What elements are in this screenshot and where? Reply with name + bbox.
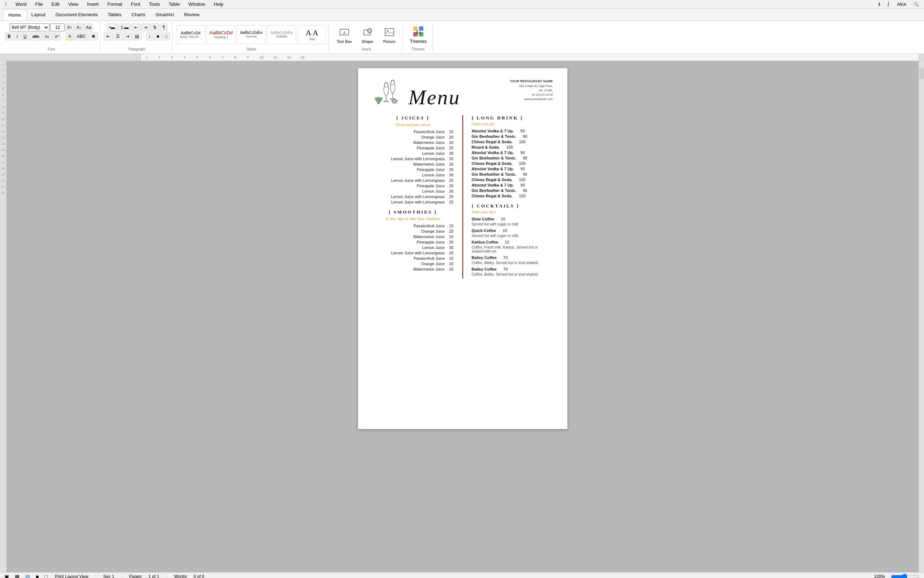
list-item: Bailey Coffee 70 Coffee, Bailey. Served … <box>472 255 553 265</box>
list-item: Orange Juice 20 <box>373 135 454 139</box>
view-icon-1[interactable]: ▣ <box>4 574 9 578</box>
themes-btn[interactable]: Aa Themes <box>408 23 428 45</box>
italic-btn[interactable]: I <box>14 32 20 41</box>
style-subtitle-label: Subtitle <box>276 35 287 38</box>
menu-file[interactable]: File <box>33 1 45 8</box>
style-title-label: Title <box>309 37 315 41</box>
sort-btn[interactable]: ⇅ <box>151 23 159 31</box>
menu-columns: { JUICES } Fresh and pure juices Passion… <box>373 115 553 279</box>
menu-header: Menu YOUR RESTAURANT NAME 184 S Main St,… <box>373 79 553 108</box>
long-drink-items: Absolut Vodka & 7 Up. 90 Gin Beefeather … <box>472 129 553 198</box>
clear-format-btn[interactable]: ✖ <box>89 32 98 41</box>
line-spacing-btn[interactable]: ↕ <box>146 32 153 41</box>
subscript-btn[interactable]: x₂ <box>42 32 52 41</box>
menu-help[interactable]: Help <box>211 1 226 8</box>
workspace: 1 2 3 4 5 6 7 8 9 10 11 12 13 14 15 16 1… <box>0 61 924 572</box>
indent-increase-btn[interactable]: ⇥ <box>141 23 150 31</box>
list-item: Watermelon Juice 10 <box>373 140 454 144</box>
strikethrough-btn[interactable]: abc <box>30 32 42 41</box>
list-item: Chivas Regal & Soda. 100 <box>472 177 553 182</box>
font-size-decrease-btn[interactable]: A↓ <box>75 23 83 31</box>
view-icon-4[interactable]: ■ <box>36 574 39 578</box>
svg-point-23 <box>395 101 397 104</box>
battery-icon: ⎛ <box>885 1 892 8</box>
list-item: Absolut Vodka & 7 Up. 90 <box>472 129 553 133</box>
style-heading1[interactable]: AaBbCcDd Heading 1 <box>207 25 235 44</box>
restaurant-info: YOUR RESTAURANT NAME 184 S Main St, High… <box>510 79 553 101</box>
tab-review[interactable]: Review <box>179 10 205 19</box>
view-icon-5[interactable]: □ <box>44 574 47 578</box>
indent-decrease-btn[interactable]: ⇤ <box>132 23 140 31</box>
menu-tools[interactable]: Tools <box>147 1 162 8</box>
line-num-11: 11 <box>2 124 5 127</box>
line-num-15: 15 <box>2 148 5 151</box>
superscript-btn[interactable]: x² <box>52 32 61 41</box>
highlight-btn[interactable]: ABC <box>74 32 88 41</box>
apple-menu[interactable]:  <box>3 1 9 8</box>
view-icon-2[interactable]: ▦ <box>15 574 20 578</box>
change-case-btn[interactable]: Aa <box>84 23 93 31</box>
view-icon-3[interactable]: ▤ <box>25 574 30 578</box>
tab-home[interactable]: Home <box>3 10 26 20</box>
list-item: Quick Coffee 10 Served hot with sugar or… <box>472 228 553 238</box>
menu-edit[interactable]: Edit <box>49 1 62 8</box>
style-subtitle[interactable]: AaBbCcDdEe Subtitle <box>267 25 296 44</box>
shape-btn[interactable]: Shape <box>358 24 377 45</box>
smoothies-header: { SMOOTHIES } <box>373 209 454 215</box>
clock: Alice <box>895 1 908 8</box>
numbered-list-btn[interactable]: 1.▬ <box>118 23 131 31</box>
menu-logo: Menu <box>373 79 460 108</box>
shading-btn[interactable]: ■ <box>154 32 162 41</box>
line-num-18: 18 <box>2 167 5 170</box>
picture-btn[interactable]: Picture <box>380 24 399 45</box>
scrollbar-right[interactable] <box>919 61 924 572</box>
tab-layout[interactable]: Layout <box>26 10 50 19</box>
tab-tables[interactable]: Tables <box>103 10 127 19</box>
wifi-icon: ℹ <box>876 1 882 8</box>
tab-document-elements[interactable]: Document Elements <box>50 10 103 19</box>
list-item: Chivas Regal & Soda. 100 <box>472 140 553 144</box>
tab-smartart[interactable]: SmartArt <box>151 10 179 19</box>
text-box-label: Text Box <box>337 39 352 44</box>
doc-area[interactable]: Menu YOUR RESTAURANT NAME 184 S Main St,… <box>7 61 919 572</box>
align-left-btn[interactable]: ⇤ <box>104 32 112 41</box>
list-item: Absolut Vodka & 7 Up. 90 <box>472 183 553 187</box>
align-right-btn[interactable]: ⇥ <box>123 32 132 41</box>
svg-point-11 <box>384 83 388 87</box>
zoom-slider[interactable] <box>891 574 920 578</box>
list-item: Lemon Juice with Lemongrass 25 <box>373 251 454 255</box>
menu-insert[interactable]: Insert <box>85 1 101 8</box>
font-color-btn[interactable]: A <box>66 32 74 41</box>
menu-word[interactable]: Word <box>13 1 29 8</box>
line-num-22: 22 <box>2 191 5 195</box>
align-justify-btn[interactable]: ▤ <box>132 32 142 41</box>
tab-charts[interactable]: Charts <box>126 10 150 19</box>
menu-view[interactable]: View <box>66 1 80 8</box>
border-btn[interactable]: □ <box>163 32 170 41</box>
status-divider3 <box>166 573 167 578</box>
font-size-increase-btn[interactable]: A↑ <box>65 23 74 31</box>
style-body-text[interactable]: AaBbCcDd Body Text Ri... <box>176 25 205 44</box>
align-center-btn[interactable]: ☰ <box>113 32 122 41</box>
paragraph-group-label: Paragraph <box>104 47 170 52</box>
text-box-btn[interactable]: A Text Box <box>334 24 355 45</box>
juices-items: Passionfruit Juice 15 Orange Juice 20 Wa… <box>373 130 454 204</box>
font-family-select[interactable]: Bell MT (Body) <box>10 23 49 31</box>
style-normal[interactable]: AaBbCcDdEe Normal <box>237 25 266 44</box>
font-size-input[interactable] <box>50 23 65 31</box>
list-item: Gin Beefeather & Tonic. 90 <box>472 188 553 193</box>
underline-btn[interactable]: U <box>21 32 29 41</box>
style-title[interactable]: A A Title <box>298 25 326 44</box>
themes-group: Aa Themes Themes <box>404 23 433 52</box>
bullet-list-btn[interactable]: •▬ <box>106 23 117 31</box>
bold-btn[interactable]: B <box>5 32 13 41</box>
menu-format[interactable]: Format <box>105 1 124 8</box>
line-num-20: 20 <box>2 179 5 182</box>
menu-font[interactable]: Font <box>129 1 143 8</box>
juices-header: { JUICES } <box>373 115 454 121</box>
search-icon[interactable]: 🔍 <box>911 1 921 8</box>
menu-table[interactable]: Table <box>166 1 182 8</box>
show-hide-btn[interactable]: ¶ <box>160 23 167 31</box>
menu-window[interactable]: Window <box>186 1 207 8</box>
words-value: 0 of 0 <box>194 574 204 578</box>
